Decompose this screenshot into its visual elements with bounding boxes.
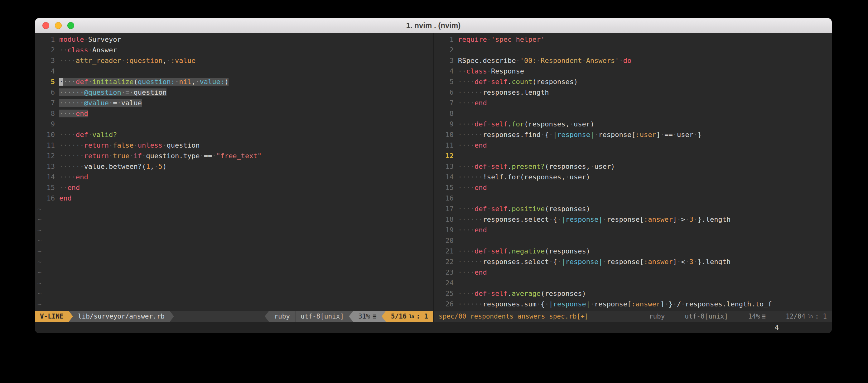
code-token: def: [474, 247, 487, 255]
code-line[interactable]: 14······!self.for(responses,·user): [436, 172, 832, 182]
code-token: ·: [109, 99, 113, 107]
line-number: 8: [37, 108, 59, 119]
code-token: ·: [487, 247, 491, 255]
code-token: ·: [693, 131, 698, 139]
code-token: self: [491, 289, 507, 298]
code-token: ·: [590, 300, 594, 308]
code-line[interactable]: 9: [37, 119, 433, 130]
code-line[interactable]: 22······responses.select·{·|response|·re…: [436, 256, 832, 267]
code-line[interactable]: 2: [436, 45, 832, 56]
code-line[interactable]: 15····end: [436, 182, 832, 193]
code-token: def: [76, 78, 88, 85]
code-line[interactable]: 3RSpec.describe·'00:·Respondent·Answers'…: [436, 56, 832, 66]
code-token: self: [491, 163, 507, 170]
code-line[interactable]: 12······return·true·if·question.type·==·…: [37, 151, 433, 161]
code-line[interactable]: 9····def·self.for(responses,·user): [436, 119, 832, 130]
code-token: end: [474, 226, 487, 234]
code-token: (responses): [545, 205, 590, 213]
code-line[interactable]: 13····def·self.present?(responses,·user): [436, 161, 832, 172]
code-line[interactable]: 24: [436, 278, 832, 288]
code-line[interactable]: 4: [37, 66, 433, 77]
text-buffer-right[interactable]: 1require·'spec_helper'23RSpec.describe·'…: [434, 33, 832, 311]
code-token: ,: [191, 78, 195, 85]
code-line[interactable]: 4··class·Response: [436, 66, 832, 77]
code-line[interactable]: 2··class·Answer: [37, 45, 433, 56]
code-text: ······responses.select·{·|response|·resp…: [458, 258, 731, 266]
minimize-button[interactable]: [55, 22, 62, 29]
code-line[interactable]: 7····end: [436, 98, 832, 108]
code-token: ·: [582, 57, 586, 65]
code-line[interactable]: 13······value.between?(1,·5): [37, 161, 433, 172]
code-token: ····: [458, 205, 474, 213]
powerline-separator-icon: [265, 311, 269, 322]
empty-buffer-line: ~: [37, 235, 433, 246]
code-line[interactable]: 23····end: [436, 267, 832, 278]
code-line[interactable]: 18······responses.select·{·|response|·re…: [436, 214, 832, 225]
code-line[interactable]: 16end: [37, 193, 433, 204]
code-token: ··: [59, 46, 68, 54]
code-token: 3: [689, 215, 693, 223]
code-token: user: [677, 131, 693, 139]
code-token: self: [491, 205, 507, 213]
code-line[interactable]: 7······@value·=·value: [37, 98, 433, 108]
traffic-lights: [35, 22, 74, 29]
code-token: |response|: [549, 300, 590, 308]
code-token: ····: [458, 78, 474, 85]
maxlinenr-icon: ln: [807, 311, 813, 322]
code-text: ····def·valid?: [59, 131, 117, 139]
code-line[interactable]: 14····end: [37, 172, 433, 182]
code-line[interactable]: 19····end: [436, 225, 832, 235]
code-token: RSpec.describe: [458, 57, 516, 65]
code-line[interactable]: 10······responses.find·{·|response|·resp…: [436, 130, 832, 140]
code-line[interactable]: 25····def·self.average(responses): [436, 288, 832, 299]
code-token: ·: [536, 300, 540, 308]
code-line[interactable]: 16: [436, 193, 832, 204]
code-token: (responses): [532, 78, 578, 85]
editor-pane-left[interactable]: 1module·Surveyor2··class·Answer3····attr…: [35, 33, 433, 322]
line-number: 13: [37, 161, 59, 172]
code-line[interactable]: 12: [436, 151, 832, 161]
line-number: 1: [436, 34, 458, 45]
code-line[interactable]: 10····def·valid?: [37, 130, 433, 140]
code-text: ····def·self.for(responses,·user): [458, 120, 594, 128]
code-text: ····def·self.negative(responses): [458, 247, 590, 255]
code-token: def: [76, 131, 88, 139]
code-line[interactable]: 11······return·false·unless·question: [37, 140, 433, 151]
code-line[interactable]: 8····end: [37, 108, 433, 119]
percent-value: 31%: [358, 311, 370, 322]
code-line[interactable]: 21····def·self.negative(responses): [436, 246, 832, 256]
code-token: ,: [162, 57, 166, 65]
code-line[interactable]: 26······responses.sum·{·|response|·respo…: [436, 299, 832, 310]
code-token: {: [545, 131, 549, 139]
zoom-button[interactable]: [67, 22, 74, 29]
code-line[interactable]: 3····attr_reader·:question,·:value: [37, 56, 433, 66]
code-token: ·: [142, 152, 146, 160]
code-line[interactable]: 5····def·self.count(responses): [436, 77, 832, 87]
code-token: def: [474, 289, 487, 298]
titlebar[interactable]: 1. nvim . (nvim): [35, 18, 832, 33]
code-line[interactable]: 11····end: [436, 140, 832, 151]
code-line[interactable]: 6······responses.length: [436, 87, 832, 98]
line-number: 9: [436, 119, 458, 130]
close-button[interactable]: [42, 22, 49, 29]
code-line[interactable]: 20: [436, 235, 832, 246]
editor-pane-right[interactable]: 1require·'spec_helper'23RSpec.describe·'…: [434, 33, 832, 322]
code-token: <: [681, 258, 685, 266]
code-text: ······return·false·unless·question: [59, 141, 199, 149]
code-token: ·: [545, 300, 549, 308]
code-line[interactable]: 1require·'spec_helper': [436, 34, 832, 45]
tilde-marker: ~: [37, 279, 41, 287]
line-number: 24: [436, 278, 458, 288]
code-token: value: [121, 99, 142, 107]
code-line[interactable]: 1module·Surveyor: [37, 34, 433, 45]
tilde-marker: ~: [37, 247, 41, 255]
code-line[interactable]: 8: [436, 108, 832, 119]
line-of-total: 5/16: [391, 311, 407, 322]
code-token: ·: [685, 215, 689, 223]
text-buffer-left[interactable]: 1module·Surveyor2··class·Answer3····attr…: [35, 33, 433, 311]
code-line[interactable]: 5····def·initialize(question:·nil,·value…: [37, 77, 433, 87]
code-line[interactable]: 15··end: [37, 182, 433, 193]
code-line[interactable]: 6······@question·=·question: [37, 87, 433, 98]
code-token: ·: [557, 215, 561, 223]
code-line[interactable]: 17····def·self.positive(responses): [436, 204, 832, 214]
